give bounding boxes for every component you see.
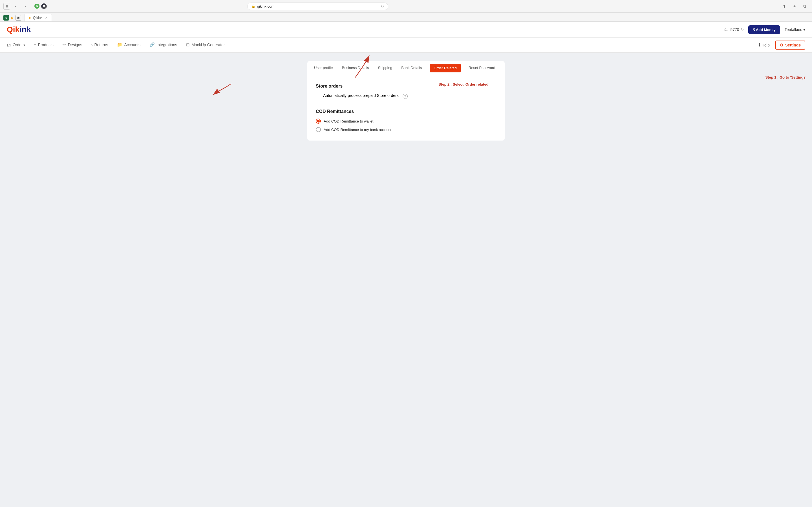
- nav-products[interactable]: ≡ Products: [34, 38, 54, 52]
- logo-qik: Qik: [7, 25, 19, 34]
- nav-designs[interactable]: ✏ Designs: [63, 38, 82, 52]
- help-label: Help: [762, 43, 770, 47]
- s-tab-icon: S: [3, 15, 9, 20]
- tab-business-details[interactable]: Business Details: [341, 61, 370, 75]
- accounts-label: Accounts: [124, 43, 140, 47]
- tabs-button[interactable]: ⧉: [801, 2, 809, 10]
- auto-process-checkbox[interactable]: [316, 94, 320, 98]
- tab-shipping[interactable]: Shipping: [377, 61, 394, 75]
- cod-radio-group: Add COD Remittance to wallet Add COD Rem…: [316, 119, 496, 132]
- tab-order-related[interactable]: Order Related: [430, 64, 461, 72]
- nav-returns[interactable]: › Returns: [91, 38, 108, 52]
- url-text: qikink.com: [257, 4, 274, 8]
- cod-bank-radio[interactable]: [316, 127, 321, 132]
- shield-icon: ⛊: [41, 3, 47, 9]
- settings-tab-nav: User profile Business Details Shipping B…: [307, 61, 505, 75]
- user-name: Teetalkies: [784, 27, 802, 32]
- reload-icon[interactable]: ↻: [381, 4, 384, 8]
- returns-icon: ›: [91, 43, 93, 47]
- play-icon: ▶: [11, 15, 14, 20]
- nav-accounts[interactable]: 📁 Accounts: [117, 38, 140, 52]
- nav-integrations[interactable]: 🔗 Integrations: [149, 38, 177, 52]
- cod-wallet-radio-fill: [317, 120, 320, 122]
- integrations-icon: 🔗: [149, 42, 155, 47]
- orders-label: Orders: [13, 43, 25, 47]
- settings-gear-icon: ⚙: [780, 43, 783, 47]
- help-circle-icon[interactable]: ?: [403, 94, 408, 99]
- grammarly-icon: G: [35, 4, 40, 9]
- active-tab[interactable]: ▶ Qikink ✕: [24, 14, 52, 21]
- tab-browser-icons: ⊟ ‹ ›: [3, 2, 29, 10]
- tab-bar: S ▶ ⊞ ▶ Qikink ✕: [0, 13, 812, 22]
- auto-process-row: Automatically process prepaid Store orde…: [316, 93, 496, 99]
- products-label: Products: [38, 43, 54, 47]
- app-header: Qikink 🗂 5770 ↻ ₹ Add Money Teetalkies ▾: [0, 22, 812, 38]
- settings-button[interactable]: ⚙ Settings: [775, 41, 805, 50]
- integrations-label: Integrations: [156, 43, 177, 47]
- forward-button[interactable]: ›: [21, 2, 29, 10]
- designs-icon: ✏: [63, 42, 66, 47]
- app-nav: 🗂 Orders ≡ Products ✏ Designs › Returns …: [0, 38, 812, 53]
- cod-bank-option[interactable]: Add COD Remittance to my bank account: [316, 127, 496, 132]
- cod-wallet-radio[interactable]: [316, 119, 321, 124]
- logo-ink: ink: [19, 25, 31, 34]
- accounts-icon: 📁: [117, 42, 122, 47]
- section-spacer: [316, 99, 496, 109]
- main-content: User profile Business Details Shipping B…: [0, 53, 812, 507]
- nav-right: ℹ Help ⚙ Settings: [759, 41, 805, 50]
- nav-mockup[interactable]: ⊡ MockUp Generator: [186, 38, 225, 52]
- tab-user-profile[interactable]: User profile: [313, 61, 334, 75]
- balance-amount: 5770: [730, 27, 739, 32]
- cod-bank-label: Add COD Remittance to my bank account: [324, 128, 392, 132]
- tab-reset-password[interactable]: Reset Password: [467, 61, 497, 75]
- cod-title: COD Remittances: [316, 109, 496, 114]
- chevron-down-icon: ▾: [803, 27, 805, 32]
- refresh-icon[interactable]: ↻: [741, 27, 744, 32]
- mockup-icon: ⊡: [186, 42, 190, 47]
- address-bar[interactable]: 🔒 qikink.com ↻: [247, 3, 388, 10]
- tab-title: Qikink: [33, 16, 42, 20]
- settings-tab-content: Store orders Automatically process prepa…: [307, 75, 505, 140]
- settings-card: User profile Business Details Shipping B…: [307, 61, 505, 140]
- products-icon: ≡: [34, 43, 36, 47]
- lock-icon: 🔒: [252, 4, 255, 8]
- designs-label: Designs: [68, 43, 82, 47]
- orders-icon: 🗂: [7, 43, 11, 47]
- step1-annotation: Step 1 : Go to 'Settings': [765, 75, 806, 79]
- back-button[interactable]: ‹: [12, 2, 20, 10]
- auto-process-label: Automatically process prepaid Store orde…: [323, 93, 399, 98]
- sidebar-toggle[interactable]: ⊟: [3, 3, 10, 10]
- returns-label: Returns: [94, 43, 108, 47]
- cod-remittances-section: COD Remittances Add COD Remittance to wa…: [316, 109, 496, 132]
- mockup-label: MockUp Generator: [192, 43, 225, 47]
- settings-label: Settings: [785, 43, 801, 47]
- tab-bank-details[interactable]: Bank Details: [400, 61, 423, 75]
- cod-wallet-option[interactable]: Add COD Remittance to wallet: [316, 119, 496, 124]
- help-item[interactable]: ℹ Help: [759, 43, 770, 48]
- help-icon: ℹ: [759, 43, 760, 48]
- tab-close-icon[interactable]: ✕: [45, 16, 48, 20]
- share-button[interactable]: ⬆: [780, 2, 788, 10]
- add-money-button[interactable]: ₹ Add Money: [748, 25, 780, 34]
- browser-actions: ⬆ + ⧉: [780, 2, 809, 10]
- tab-play-icon: ▶: [29, 16, 31, 20]
- logo: Qikink: [7, 25, 31, 34]
- store-orders-title: Store orders: [316, 83, 496, 89]
- wallet-icon: 🗂: [724, 27, 728, 32]
- nav-orders[interactable]: 🗂 Orders: [7, 38, 25, 52]
- cod-wallet-label: Add COD Remittance to wallet: [324, 119, 373, 123]
- store-orders-section: Store orders Automatically process prepa…: [316, 83, 496, 99]
- browser-chrome: ⊟ ‹ › G ⛊ 🔒 qikink.com ↻ ⬆ + ⧉: [0, 0, 812, 13]
- user-menu[interactable]: Teetalkies ▾: [784, 27, 805, 32]
- new-tab-button[interactable]: +: [791, 2, 799, 10]
- grid-icon: ⊞: [15, 15, 21, 20]
- header-right: 🗂 5770 ↻ ₹ Add Money Teetalkies ▾: [724, 25, 805, 34]
- wallet-balance: 🗂 5770 ↻: [724, 27, 744, 32]
